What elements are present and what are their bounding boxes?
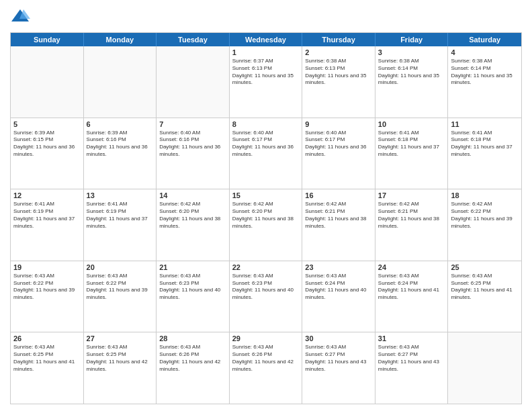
calendar-cell-day-24: 24Sunrise: 6:43 AM Sunset: 6:24 PM Dayli… xyxy=(375,261,449,332)
cell-info: Sunrise: 6:38 AM Sunset: 6:13 PM Dayligh… xyxy=(305,58,372,87)
day-number: 20 xyxy=(87,263,154,271)
calendar-cell-day-1: 1Sunrise: 6:37 AM Sunset: 6:13 PM Daylig… xyxy=(230,46,303,118)
calendar-row-5: 26Sunrise: 6:43 AM Sunset: 6:25 PM Dayli… xyxy=(11,332,521,404)
cell-info: Sunrise: 6:42 AM Sunset: 6:20 PM Dayligh… xyxy=(232,201,300,230)
cell-info: Sunrise: 6:43 AM Sunset: 6:27 PM Dayligh… xyxy=(378,344,445,373)
day-number: 14 xyxy=(159,191,226,199)
cell-info: Sunrise: 6:43 AM Sunset: 6:22 PM Dayligh… xyxy=(87,273,154,302)
calendar-cell-day-28: 28Sunrise: 6:43 AM Sunset: 6:26 PM Dayli… xyxy=(157,332,230,404)
calendar-cell-day-12: 12Sunrise: 6:41 AM Sunset: 6:19 PM Dayli… xyxy=(11,189,84,261)
cell-info: Sunrise: 6:42 AM Sunset: 6:21 PM Dayligh… xyxy=(378,201,445,230)
cell-info: Sunrise: 6:43 AM Sunset: 6:23 PM Dayligh… xyxy=(232,273,300,302)
cell-info: Sunrise: 6:43 AM Sunset: 6:24 PM Dayligh… xyxy=(305,273,372,302)
cell-info: Sunrise: 6:40 AM Sunset: 6:17 PM Dayligh… xyxy=(305,130,372,158)
calendar-cell-day-4: 4Sunrise: 6:38 AM Sunset: 6:14 PM Daylig… xyxy=(448,46,521,118)
cell-info: Sunrise: 6:42 AM Sunset: 6:22 PM Dayligh… xyxy=(451,201,519,230)
day-number: 13 xyxy=(87,191,154,199)
calendar-row-3: 12Sunrise: 6:41 AM Sunset: 6:19 PM Dayli… xyxy=(11,189,521,261)
cell-info: Sunrise: 6:38 AM Sunset: 6:14 PM Dayligh… xyxy=(378,58,445,87)
calendar-cell-day-2: 2Sunrise: 6:38 AM Sunset: 6:13 PM Daylig… xyxy=(302,46,375,118)
day-number: 26 xyxy=(13,334,81,342)
calendar-row-4: 19Sunrise: 6:43 AM Sunset: 6:22 PM Dayli… xyxy=(11,261,521,333)
day-number: 10 xyxy=(378,120,445,128)
calendar-cell-day-30: 30Sunrise: 6:43 AM Sunset: 6:27 PM Dayli… xyxy=(302,332,375,404)
cell-info: Sunrise: 6:42 AM Sunset: 6:20 PM Dayligh… xyxy=(159,201,226,230)
day-number: 19 xyxy=(13,263,81,271)
day-number: 22 xyxy=(232,263,300,271)
cell-info: Sunrise: 6:39 AM Sunset: 6:16 PM Dayligh… xyxy=(87,130,154,158)
day-number: 28 xyxy=(159,334,226,342)
header-day-wednesday: Wednesday xyxy=(230,33,303,46)
day-number: 11 xyxy=(451,120,519,128)
day-number: 9 xyxy=(305,120,372,128)
page: SundayMondayTuesdayWednesdayThursdayFrid… xyxy=(0,0,532,411)
day-number: 29 xyxy=(232,334,300,342)
day-number: 21 xyxy=(159,263,226,271)
cell-info: Sunrise: 6:40 AM Sunset: 6:16 PM Dayligh… xyxy=(159,130,226,158)
day-number: 23 xyxy=(305,263,372,271)
header-day-monday: Monday xyxy=(84,33,157,46)
calendar-cell-day-20: 20Sunrise: 6:43 AM Sunset: 6:22 PM Dayli… xyxy=(84,261,157,332)
cell-info: Sunrise: 6:41 AM Sunset: 6:19 PM Dayligh… xyxy=(87,201,154,230)
day-number: 2 xyxy=(305,48,372,56)
cell-info: Sunrise: 6:41 AM Sunset: 6:19 PM Dayligh… xyxy=(13,201,81,230)
calendar-cell-empty xyxy=(11,46,84,118)
header xyxy=(10,7,522,27)
day-number: 3 xyxy=(378,48,445,56)
cell-info: Sunrise: 6:41 AM Sunset: 6:18 PM Dayligh… xyxy=(378,130,445,158)
cell-info: Sunrise: 6:37 AM Sunset: 6:13 PM Dayligh… xyxy=(232,58,300,87)
cell-info: Sunrise: 6:43 AM Sunset: 6:23 PM Dayligh… xyxy=(159,273,226,302)
cell-info: Sunrise: 6:43 AM Sunset: 6:26 PM Dayligh… xyxy=(159,344,226,373)
calendar-cell-empty xyxy=(448,332,521,404)
day-number: 16 xyxy=(305,191,372,199)
day-number: 8 xyxy=(232,120,300,128)
day-number: 1 xyxy=(232,48,300,56)
day-number: 12 xyxy=(13,191,81,199)
day-number: 6 xyxy=(87,120,154,128)
header-day-tuesday: Tuesday xyxy=(157,33,230,46)
calendar-cell-day-22: 22Sunrise: 6:43 AM Sunset: 6:23 PM Dayli… xyxy=(230,261,303,332)
calendar-cell-day-14: 14Sunrise: 6:42 AM Sunset: 6:20 PM Dayli… xyxy=(157,189,230,261)
cell-info: Sunrise: 6:41 AM Sunset: 6:18 PM Dayligh… xyxy=(451,130,519,158)
cell-info: Sunrise: 6:39 AM Sunset: 6:15 PM Dayligh… xyxy=(13,130,81,158)
cell-info: Sunrise: 6:43 AM Sunset: 6:26 PM Dayligh… xyxy=(232,344,300,373)
calendar-cell-day-3: 3Sunrise: 6:38 AM Sunset: 6:14 PM Daylig… xyxy=(375,46,449,118)
calendar-cell-day-29: 29Sunrise: 6:43 AM Sunset: 6:26 PM Dayli… xyxy=(230,332,303,404)
header-day-sunday: Sunday xyxy=(11,33,84,46)
header-day-saturday: Saturday xyxy=(448,33,521,46)
day-number: 17 xyxy=(378,191,445,199)
day-number: 25 xyxy=(451,263,519,271)
logo xyxy=(10,7,33,27)
calendar-cell-day-21: 21Sunrise: 6:43 AM Sunset: 6:23 PM Dayli… xyxy=(157,261,230,332)
day-number: 30 xyxy=(305,334,372,342)
day-number: 31 xyxy=(378,334,445,342)
cell-info: Sunrise: 6:40 AM Sunset: 6:17 PM Dayligh… xyxy=(232,130,300,158)
day-number: 24 xyxy=(378,263,445,271)
day-number: 18 xyxy=(451,191,519,199)
calendar-cell-empty xyxy=(157,46,230,118)
calendar-cell-day-17: 17Sunrise: 6:42 AM Sunset: 6:21 PM Dayli… xyxy=(375,189,449,261)
calendar-cell-day-11: 11Sunrise: 6:41 AM Sunset: 6:18 PM Dayli… xyxy=(448,118,521,189)
cell-info: Sunrise: 6:43 AM Sunset: 6:25 PM Dayligh… xyxy=(451,273,519,302)
calendar-cell-day-15: 15Sunrise: 6:42 AM Sunset: 6:20 PM Dayli… xyxy=(230,189,303,261)
calendar-cell-day-16: 16Sunrise: 6:42 AM Sunset: 6:21 PM Dayli… xyxy=(302,189,375,261)
day-number: 27 xyxy=(87,334,154,342)
day-number: 4 xyxy=(451,48,519,56)
logo-icon xyxy=(10,7,30,27)
calendar-row-2: 5Sunrise: 6:39 AM Sunset: 6:15 PM Daylig… xyxy=(11,118,521,190)
calendar-cell-day-23: 23Sunrise: 6:43 AM Sunset: 6:24 PM Dayli… xyxy=(302,261,375,332)
calendar: SundayMondayTuesdayWednesdayThursdayFrid… xyxy=(10,32,522,404)
day-number: 5 xyxy=(13,120,81,128)
calendar-row-1: 1Sunrise: 6:37 AM Sunset: 6:13 PM Daylig… xyxy=(11,46,521,118)
day-number: 15 xyxy=(232,191,300,199)
calendar-cell-day-26: 26Sunrise: 6:43 AM Sunset: 6:25 PM Dayli… xyxy=(11,332,84,404)
calendar-body: 1Sunrise: 6:37 AM Sunset: 6:13 PM Daylig… xyxy=(11,46,521,404)
calendar-cell-day-7: 7Sunrise: 6:40 AM Sunset: 6:16 PM Daylig… xyxy=(157,118,230,189)
calendar-cell-day-6: 6Sunrise: 6:39 AM Sunset: 6:16 PM Daylig… xyxy=(84,118,157,189)
cell-info: Sunrise: 6:43 AM Sunset: 6:27 PM Dayligh… xyxy=(305,344,372,373)
calendar-cell-day-10: 10Sunrise: 6:41 AM Sunset: 6:18 PM Dayli… xyxy=(375,118,449,189)
cell-info: Sunrise: 6:43 AM Sunset: 6:22 PM Dayligh… xyxy=(13,273,81,302)
cell-info: Sunrise: 6:43 AM Sunset: 6:25 PM Dayligh… xyxy=(13,344,81,373)
calendar-cell-day-31: 31Sunrise: 6:43 AM Sunset: 6:27 PM Dayli… xyxy=(375,332,449,404)
cell-info: Sunrise: 6:43 AM Sunset: 6:25 PM Dayligh… xyxy=(87,344,154,373)
